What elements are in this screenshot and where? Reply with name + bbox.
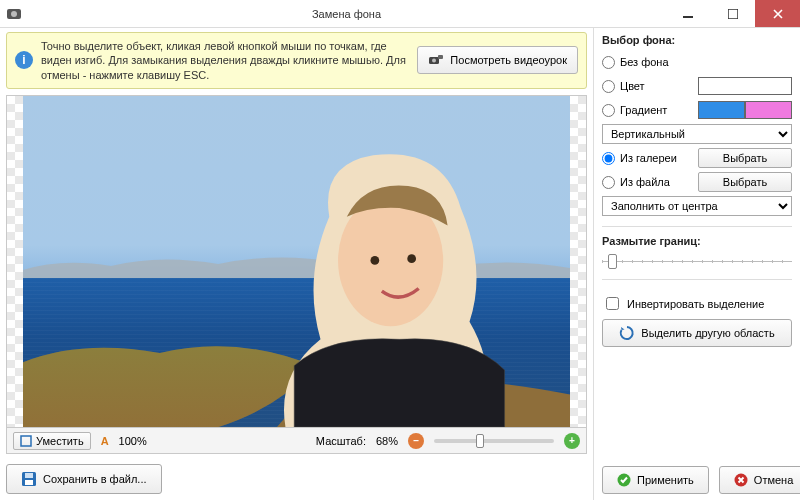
refresh-icon — [619, 325, 635, 341]
gradient-color-1[interactable] — [698, 101, 745, 119]
camera-icon — [428, 52, 444, 68]
choose-gallery-button[interactable]: Выбрать — [698, 148, 792, 168]
save-icon — [21, 471, 37, 487]
cancel-label: Отмена — [754, 474, 793, 486]
svg-point-1 — [11, 11, 17, 17]
gradient-color-2[interactable] — [745, 101, 792, 119]
radio-no-background[interactable]: Без фона — [602, 56, 692, 69]
check-icon — [617, 473, 631, 487]
select-other-area-button[interactable]: Выделить другую область — [602, 319, 792, 347]
transparency-left — [7, 96, 23, 427]
svg-rect-2 — [683, 16, 693, 18]
image-canvas[interactable] — [6, 95, 587, 428]
save-label: Сохранить в файл... — [43, 473, 147, 485]
apply-button[interactable]: Применить — [602, 466, 709, 494]
blur-slider[interactable] — [602, 260, 792, 263]
cancel-icon — [734, 473, 748, 487]
fill-mode-select[interactable]: Заполнить от центра — [602, 196, 792, 216]
select-other-area-label: Выделить другую область — [641, 327, 774, 339]
radio-from-file[interactable]: Из файла — [602, 176, 692, 189]
zoom-in-button[interactable]: + — [564, 433, 580, 449]
svg-rect-10 — [21, 436, 31, 446]
bottom-button-row: Сохранить в файл... — [6, 464, 587, 494]
invert-selection-label: Инвертировать выделение — [627, 298, 764, 310]
watch-video-label: Посмотреть видеоурок — [450, 54, 567, 66]
save-to-file-button[interactable]: Сохранить в файл... — [6, 464, 162, 494]
svg-point-5 — [432, 59, 436, 63]
hint-bar: i Точно выделите объект, кликая левой кн… — [6, 32, 587, 89]
watch-video-button[interactable]: Посмотреть видеоурок — [417, 46, 578, 74]
apply-label: Применить — [637, 474, 694, 486]
canvas-status-bar: Уместить A 100% Масштаб: 68% – + — [6, 428, 587, 454]
radio-gradient[interactable]: Градиент — [602, 104, 692, 117]
svg-rect-3 — [728, 9, 738, 19]
svg-point-9 — [407, 254, 416, 263]
fit-button[interactable]: Уместить — [13, 432, 91, 450]
composite-scene — [23, 96, 570, 427]
blur-heading: Размытие границ: — [602, 235, 792, 247]
invert-selection-checkbox[interactable] — [606, 297, 619, 310]
maximize-button[interactable] — [710, 0, 755, 27]
svg-point-8 — [370, 256, 379, 265]
background-panel: Выбор фона: Без фона Цвет Градиент Верти… — [594, 28, 800, 500]
zoom-100-label[interactable]: 100% — [119, 435, 147, 447]
radio-from-gallery[interactable]: Из галереи — [602, 152, 692, 165]
color-swatch[interactable] — [698, 77, 792, 95]
svg-rect-6 — [438, 55, 443, 59]
zoom-out-button[interactable]: – — [408, 433, 424, 449]
gradient-direction-select[interactable]: Вертикальный — [602, 124, 792, 144]
zoom-value: 68% — [376, 435, 398, 447]
cancel-button[interactable]: Отмена — [719, 466, 800, 494]
svg-rect-12 — [25, 473, 33, 478]
fit-label: Уместить — [36, 435, 84, 447]
gradient-swatches — [698, 101, 792, 119]
minimize-button[interactable] — [665, 0, 710, 27]
zoom-a-icon: A — [101, 435, 109, 447]
svg-rect-13 — [25, 480, 33, 485]
title-bar: Замена фона — [0, 0, 800, 28]
foreground-subject — [209, 129, 537, 427]
panel-heading: Выбор фона: — [602, 34, 792, 46]
window-controls — [665, 0, 800, 27]
transparency-right — [570, 96, 586, 427]
hint-text: Точно выделите объект, кликая левой кноп… — [41, 39, 409, 82]
zoom-slider[interactable] — [434, 439, 554, 443]
close-button[interactable] — [755, 0, 800, 27]
fit-icon — [20, 435, 32, 447]
info-icon: i — [15, 51, 33, 69]
zoom-caption: Масштаб: — [316, 435, 366, 447]
app-icon — [0, 6, 28, 22]
choose-file-button[interactable]: Выбрать — [698, 172, 792, 192]
window-title: Замена фона — [28, 8, 665, 20]
radio-color[interactable]: Цвет — [602, 80, 692, 93]
